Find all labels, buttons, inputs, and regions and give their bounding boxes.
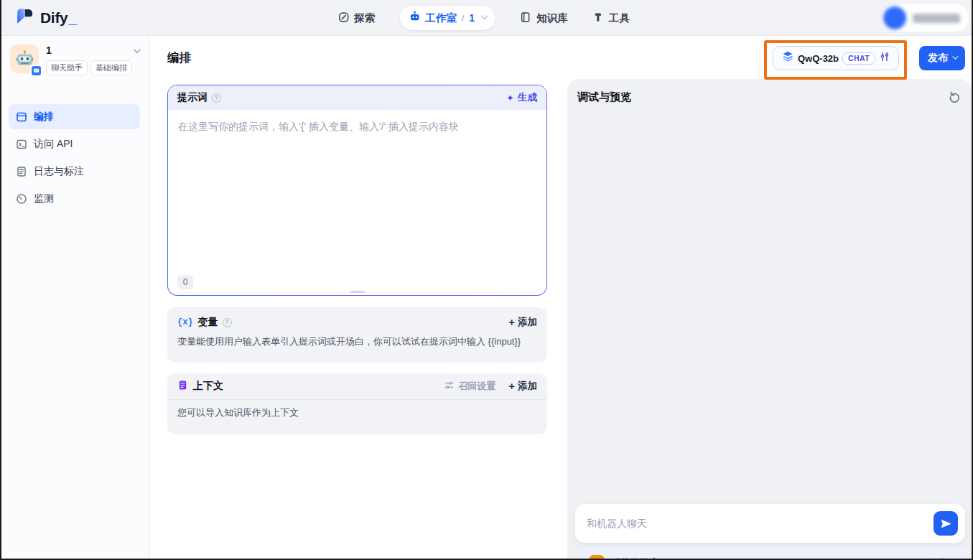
app-avatar xyxy=(10,45,39,73)
chevron-down-icon xyxy=(952,53,958,59)
features-icon xyxy=(589,555,605,560)
chevron-down-icon xyxy=(481,12,488,19)
app-switcher-card[interactable]: 1 聊天助手 基础编排 xyxy=(10,45,140,75)
page-title: 编排 xyxy=(167,50,191,66)
app-sidebar: 1 聊天助手 基础编排 编排 访问 API xyxy=(0,36,149,560)
publish-label: 发布 xyxy=(928,52,948,65)
sparkle-icon: ✦ xyxy=(506,93,514,103)
add-context-button[interactable]: + 添加 xyxy=(508,380,537,393)
plus-icon: + xyxy=(508,381,515,391)
help-icon[interactable]: ? xyxy=(223,318,232,327)
publish-button[interactable]: 发布 xyxy=(919,46,965,70)
help-icon[interactable]: ? xyxy=(212,93,221,103)
recall-settings-button[interactable]: 召回设置 xyxy=(444,380,495,393)
prompt-title: 提示词 xyxy=(177,91,208,104)
context-description: 您可以导入知识库作为上下文 xyxy=(167,400,547,419)
context-document-icon xyxy=(177,380,188,393)
debug-panel-title: 调试与预览 xyxy=(577,90,631,104)
sidebar-item-logs[interactable]: 日志与标注 xyxy=(9,159,140,184)
send-button[interactable] xyxy=(934,511,958,536)
context-title: 上下文 xyxy=(193,380,223,393)
add-context-label: 添加 xyxy=(518,380,537,393)
features-status-text: 功能已开启 xyxy=(612,556,658,560)
gauge-icon xyxy=(16,193,27,205)
logo-underscore: _ xyxy=(68,9,77,26)
manage-features-link[interactable]: 管理 → xyxy=(926,556,957,560)
nav-knowledge[interactable]: 知识库 xyxy=(520,11,568,25)
send-icon xyxy=(940,518,952,530)
prompt-card: 提示词 ? ✦ 生成 在这里写你的提示词，输入'{' 插入变量、输入'/' 插入… xyxy=(167,85,547,296)
studio-app-count: 1 xyxy=(469,12,475,24)
variables-header: {x} 变量 ? + 添加 xyxy=(167,307,547,329)
nav-studio-active[interactable]: 工作室 / 1 xyxy=(399,6,495,30)
dify-app-window: Dify_ 探索 工作室 xyxy=(0,0,973,560)
model-selector[interactable]: QwQ-32b CHAT xyxy=(773,46,899,70)
primary-nav: 探索 工作室 / 1 xyxy=(337,0,629,36)
chat-input-container xyxy=(575,504,965,543)
sidebar-item-api[interactable]: 访问 API xyxy=(9,131,140,157)
avatar xyxy=(883,6,906,29)
window-layout-icon xyxy=(16,111,27,123)
variables-card: {x} 变量 ? + 添加 变量能使用用户输入表单引入提示词或开场白，你可以试试… xyxy=(167,307,547,363)
debug-preview-panel: 调试与预览 功能已开启 管理 xyxy=(567,79,972,559)
dify-logo-icon xyxy=(16,7,34,29)
sidebar-item-label: 监测 xyxy=(34,192,54,205)
account-name-redacted xyxy=(913,14,960,23)
variables-title: 变量 xyxy=(198,316,218,329)
generate-button[interactable]: ✦ 生成 xyxy=(506,91,537,104)
arrow-right-icon: → xyxy=(948,558,957,560)
dify-logo[interactable]: Dify_ xyxy=(16,0,77,36)
account-menu[interactable] xyxy=(881,4,969,32)
app-type-tag: 聊天助手 xyxy=(46,60,88,75)
prompt-placeholder: 在这里写你的提示词，输入'{' 插入变量、输入'/' 插入提示内容块 xyxy=(168,110,546,144)
robot-icon xyxy=(409,11,420,25)
prompt-card-header: 提示词 ? ✦ 生成 xyxy=(168,85,546,110)
plus-icon: + xyxy=(508,317,515,327)
chat-input[interactable] xyxy=(575,504,965,543)
nav-knowledge-label: 知识库 xyxy=(536,11,568,25)
studio-separator: / xyxy=(462,13,465,24)
nav-explore[interactable]: 探索 xyxy=(337,11,375,25)
variables-description: 变量能使用用户输入表单引入提示词或开场白，你可以试试在提示词中输入 {{inpu… xyxy=(167,329,547,348)
top-navigation-bar: Dify_ 探索 工作室 xyxy=(0,0,973,36)
app-mode-tag: 基础编排 xyxy=(90,60,132,75)
log-file-icon xyxy=(16,166,27,177)
logo-text: Dify xyxy=(40,9,67,26)
nav-explore-label: 探索 xyxy=(354,11,375,25)
nav-tools-label: 工具 xyxy=(609,11,630,25)
model-type-badge: CHAT xyxy=(842,52,875,65)
hammer-icon xyxy=(592,11,604,25)
sliders-icon xyxy=(444,380,455,393)
sidebar-item-label: 访问 API xyxy=(34,138,73,151)
nav-studio-label: 工作室 xyxy=(425,11,457,25)
explore-icon xyxy=(337,11,349,25)
model-name: QwQ-32b xyxy=(798,53,839,64)
prompt-editor[interactable]: 在这里写你的提示词，输入'{' 插入变量、输入'/' 插入提示内容块 0 xyxy=(168,110,546,295)
model-settings-sliders-icon[interactable] xyxy=(879,51,890,65)
model-provider-icon xyxy=(781,50,794,66)
context-header: 上下文 召回设置 + 添加 xyxy=(167,373,547,400)
sidebar-item-label: 编排 xyxy=(34,111,54,123)
variables-braces-icon: {x} xyxy=(177,317,193,327)
manage-label: 管理 xyxy=(926,556,945,560)
chevron-down-icon[interactable] xyxy=(134,46,141,53)
app-meta: 1 聊天助手 基础编排 xyxy=(46,45,140,75)
resize-handle[interactable] xyxy=(350,291,366,294)
app-title: 1 xyxy=(46,45,134,56)
sidebar-nav: 编排 访问 API 日志与标注 监测 xyxy=(0,104,149,211)
sidebar-item-monitoring[interactable]: 监测 xyxy=(9,186,140,211)
recall-settings-label: 召回设置 xyxy=(458,380,495,393)
features-enabled-bar: 功能已开启 管理 → xyxy=(580,547,966,560)
book-icon xyxy=(520,11,531,25)
generate-label: 生成 xyxy=(518,91,537,104)
nav-tools[interactable]: 工具 xyxy=(592,11,630,25)
sidebar-item-label: 日志与标注 xyxy=(34,165,84,178)
restart-conversation-icon[interactable] xyxy=(948,90,962,104)
terminal-icon xyxy=(16,139,27,150)
context-card: 上下文 召回设置 + 添加 您可以导入知识库作为上下文 xyxy=(167,373,547,434)
sidebar-item-orchestrate[interactable]: 编排 xyxy=(9,104,140,129)
add-variable-button[interactable]: + 添加 xyxy=(508,316,537,329)
add-variable-label: 添加 xyxy=(518,316,537,329)
chat-app-badge-icon xyxy=(30,65,42,77)
char-counter: 0 xyxy=(177,275,193,289)
